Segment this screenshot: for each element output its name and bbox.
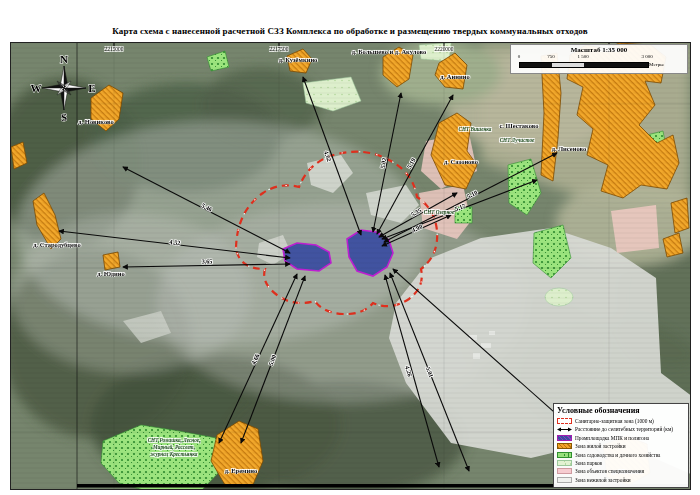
special-swatch (557, 468, 572, 474)
parks-swatch (557, 460, 572, 466)
grid-coord-label: 2217500 (270, 46, 289, 52)
grid-coord-label: 2215000 (105, 46, 124, 52)
snt-label: Мирный, Рассвет, (153, 444, 195, 450)
legend-label: Промплощадка МПК и полигона (575, 435, 649, 441)
legend-row: Зона нежилой застройки (557, 476, 685, 484)
compass-s: S (61, 111, 67, 123)
snt-label: СНТ Озерное (424, 209, 454, 215)
settlement-label: д. Сазоново (444, 158, 478, 165)
compass-w: W (31, 82, 42, 94)
legend-label: Зона нежилой застройки (575, 477, 631, 483)
legend-row: Расстояние до селитебных территорий (км) (557, 425, 685, 433)
residential-swatch (557, 443, 572, 449)
snt-label: СНТ Лучистое (500, 137, 535, 143)
page-title: Карта схема с нанесенной расчетной СЗЗ К… (0, 26, 700, 36)
settlement-label: д. Аннино (440, 73, 469, 80)
snt-label: СНТ Ромашка, Лесное, (148, 437, 201, 443)
snt-label: СНТ Вишенка (459, 126, 492, 132)
compass-n: N (60, 53, 68, 65)
distance-label: 3.65 (202, 257, 213, 264)
legend-label: Зона парков (575, 460, 602, 466)
grid-coord-label: 2220000 (435, 46, 454, 52)
garden-swatch (557, 452, 572, 458)
szz-swatch (557, 418, 572, 424)
settlement-label: с. Шестаково (499, 122, 538, 129)
snt-label: журнал Крестьянка (151, 451, 198, 457)
legend-row: Зона жилой застройки (557, 442, 685, 450)
scale-unit: Метры (649, 62, 664, 67)
map-document: Карта схема с нанесенной расчетной СЗЗ К… (0, 0, 700, 495)
legend-label: Санитарно-защитная зона (1000 м) (575, 418, 654, 424)
settlement-label: д. Лисеново (552, 145, 587, 152)
legend-label: Зона садоводства и дачного хозяйства (575, 452, 660, 458)
legend: Условные обозначения Санитарно-защитная … (553, 403, 689, 488)
legend-row: Зона парков (557, 459, 685, 467)
scale-bar: Масштаб 1:35 000 0 750 1 500 3 000 Метры (510, 44, 688, 74)
scale-tick: 3 000 (641, 54, 652, 59)
compass-rose: N S E W (30, 52, 98, 126)
scale-tick: 750 (547, 54, 555, 59)
settlement-label: д. Кузёмкино (279, 56, 318, 63)
legend-label: Зона жилой застройки (575, 443, 625, 449)
scale-bar-segments (519, 62, 649, 68)
legend-row: Зона садоводства и дачного хозяйства (557, 450, 685, 458)
compass-e: E (88, 82, 95, 94)
nonresidential-swatch (557, 477, 572, 483)
site-swatch (557, 435, 572, 441)
settlement-label: д. Еремино (225, 467, 258, 474)
legend-row: Промплощадка МПК и полигона (557, 434, 685, 442)
scale-tick: 1 500 (577, 54, 588, 59)
settlement-label: д. Юдино (97, 270, 125, 277)
settlement-label: д. Стародубцево (33, 241, 80, 248)
distance-arrow-swatch (557, 426, 572, 432)
legend-label: Зона объектов спецназначения (575, 468, 644, 474)
legend-label: Расстояние до селитебных территорий (км) (575, 426, 673, 432)
distance-label: 4.52 (169, 238, 181, 246)
settlement-label: д. Большево и д. Акулово (352, 48, 427, 55)
legend-row: Санитарно-защитная зона (1000 м) (557, 417, 685, 425)
legend-title: Условные обозначения (557, 406, 685, 415)
legend-row: Зона объектов спецназначения (557, 467, 685, 475)
scale-title: Масштаб 1:35 000 (515, 46, 683, 54)
scale-bar-graphic: 0 750 1 500 3 000 Метры (519, 54, 669, 68)
scale-tick: 0 (518, 54, 521, 59)
